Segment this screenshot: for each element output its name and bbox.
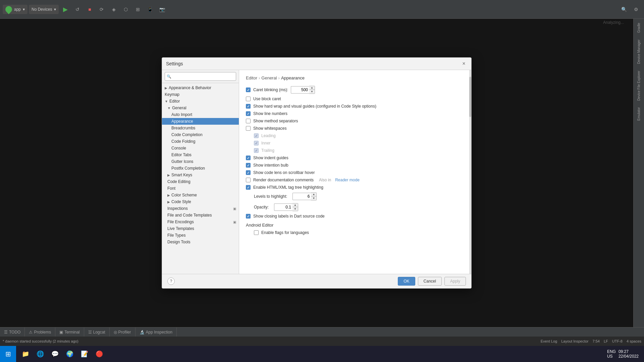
cancel-button[interactable]: Cancel <box>418 277 442 286</box>
scroll-handle[interactable] <box>469 77 471 117</box>
daemon-message: * daemon started successfully (2 minutes… <box>3 339 78 343</box>
sidebar-item-breadcrumbs[interactable]: Breadcrumbs <box>162 125 239 131</box>
spinner-down[interactable]: ▼ <box>309 90 315 94</box>
sidebar-label: Code Editing <box>167 179 191 184</box>
sidebar-item-code-style[interactable]: ▶ Code Style <box>162 198 239 205</box>
inner-checkbox[interactable] <box>254 141 259 145</box>
inspections-badge: ▣ <box>233 207 236 210</box>
show-method-separators-checkbox[interactable] <box>246 119 251 123</box>
sidebar-item-keymap[interactable]: Keymap <box>162 91 239 98</box>
taskbar-edge[interactable]: 🌐 <box>34 347 47 361</box>
sidebar-label: Smart Keys <box>171 173 192 177</box>
sidebar-item-code-folding[interactable]: Code Folding <box>162 138 239 145</box>
opacity-spinner-down[interactable]: ▼ <box>292 207 298 211</box>
profiler-icon[interactable]: ◈ <box>108 4 119 15</box>
settings-toolbar-icon[interactable]: ⚙ <box>631 4 641 15</box>
event-log-link[interactable]: Event Log <box>541 339 557 343</box>
use-block-caret-checkbox[interactable] <box>246 97 251 101</box>
sidebar-item-smart-keys[interactable]: ▶ Smart Keys <box>162 172 239 178</box>
sidebar-item-editor[interactable]: ▼ Editor <box>162 98 239 105</box>
spinner-up[interactable]: ▲ <box>309 86 315 90</box>
breadcrumb-sep1: › <box>259 75 260 80</box>
no-devices-dropdown[interactable]: No Devices ▾ <box>29 5 59 14</box>
taskbar-browser[interactable]: 🌍 <box>63 347 76 361</box>
render-docs-checkbox[interactable] <box>246 178 251 182</box>
levels-input[interactable] <box>292 193 311 200</box>
levels-spinner-up[interactable]: ▲ <box>311 193 316 196</box>
todo-label: TODO <box>9 330 20 335</box>
sidebar-item-code-editing[interactable]: Code Editing <box>162 178 239 185</box>
device-file-explorer-panel[interactable]: Device File Explorer <box>636 68 642 103</box>
device-icon[interactable]: 📱 <box>145 4 155 15</box>
show-indent-guides-checkbox[interactable] <box>246 156 251 160</box>
sidebar-item-live-templates[interactable]: Live Templates <box>162 225 239 232</box>
device-manager-panel[interactable]: Device Manager <box>636 37 642 67</box>
show-line-numbers-checkbox[interactable] <box>246 111 251 116</box>
trailing-row: Trailing <box>246 148 463 153</box>
screenshot-icon[interactable]: 📷 <box>157 4 167 15</box>
leading-checkbox[interactable] <box>254 133 259 138</box>
caret-blinking-input[interactable]: 500 <box>291 86 309 94</box>
search-toolbar-icon[interactable]: 🔍 <box>619 4 629 15</box>
run-button[interactable]: ▶ <box>60 4 71 15</box>
tab-todo[interactable]: ☰ TODO <box>0 327 25 337</box>
profiler-label: Profiler <box>118 330 131 335</box>
search-input[interactable] <box>165 72 236 81</box>
help-button[interactable]: ? <box>167 278 175 285</box>
inspect-icon[interactable]: ⬡ <box>120 4 131 15</box>
taskbar-discord[interactable]: 💬 <box>48 347 62 361</box>
sync-button[interactable]: ⟳ <box>96 4 107 15</box>
trailing-checkbox[interactable] <box>254 148 259 153</box>
sidebar-item-design-tools[interactable]: Design Tools <box>162 239 239 245</box>
close-button[interactable]: × <box>461 60 467 67</box>
opacity-input[interactable] <box>274 203 292 211</box>
gradle-panel[interactable]: Gradle <box>636 20 642 36</box>
tab-app-inspection[interactable]: 🔬 App Inspection <box>136 327 177 337</box>
show-intention-bulb-checkbox[interactable] <box>246 163 251 168</box>
sidebar-item-console[interactable]: Console <box>162 145 239 152</box>
start-button[interactable]: ⊞ <box>0 346 16 362</box>
sidebar-item-postfix-completion[interactable]: Postfix Completion <box>162 165 239 172</box>
sidebar-item-general[interactable]: ▼ General <box>162 105 239 111</box>
show-code-lens-checkbox[interactable] <box>246 170 251 175</box>
enable-flags-checkbox[interactable] <box>254 230 259 235</box>
show-whitespaces-checkbox[interactable] <box>246 126 251 131</box>
caret-blinking-checkbox[interactable] <box>246 87 251 92</box>
emulator-panel[interactable]: Emulator <box>636 105 642 123</box>
scroll-divider[interactable] <box>469 70 471 274</box>
sidebar-item-file-types[interactable]: File Types <box>162 232 239 239</box>
apply-button[interactable]: Apply <box>444 277 466 286</box>
layout-inspector-link[interactable]: Layout Inspector <box>561 339 588 343</box>
sidebar-item-gutter-icons[interactable]: Gutter Icons <box>162 158 239 165</box>
show-closing-labels-checkbox[interactable] <box>246 214 251 219</box>
levels-row: Levels to highlight: ▲ ▼ <box>246 192 463 200</box>
show-hard-wrap-checkbox[interactable] <box>246 104 251 109</box>
sidebar-item-auto-import[interactable]: Auto Import <box>162 111 239 118</box>
sidebar-item-color-scheme[interactable]: ▶ Color Scheme <box>162 192 239 198</box>
levels-spinner-down[interactable]: ▼ <box>311 196 316 200</box>
layout-icon[interactable]: ⊞ <box>132 4 143 15</box>
sidebar-item-appearance-behavior[interactable]: ▶ Appearance & Behavior <box>162 84 239 91</box>
reader-mode-link[interactable]: Reader mode <box>335 178 360 182</box>
sidebar-label: Live Templates <box>167 226 194 231</box>
opacity-spinner-up[interactable]: ▲ <box>292 203 298 207</box>
taskbar-notion[interactable]: 📝 <box>78 347 91 361</box>
tab-problems[interactable]: ⚠ Problems <box>25 327 55 337</box>
tab-logcat[interactable]: ☱ Logcat <box>84 327 110 337</box>
tab-terminal[interactable]: ▣ Terminal <box>55 327 84 337</box>
taskbar-chrome[interactable]: 🔴 <box>93 347 106 361</box>
sidebar-item-editor-tabs[interactable]: Editor Tabs <box>162 152 239 158</box>
sidebar-item-file-code-templates[interactable]: File and Code Templates <box>162 212 239 219</box>
enable-html-xml-checkbox[interactable] <box>246 185 251 190</box>
sidebar-item-inspections[interactable]: Inspections ▣ <box>162 205 239 212</box>
sidebar-item-appearance[interactable]: Appearance <box>162 118 239 125</box>
ok-button[interactable]: OK <box>398 277 415 286</box>
sidebar-item-file-encodings[interactable]: File Encodings ▣ <box>162 219 239 225</box>
sidebar-item-font[interactable]: Font <box>162 185 239 192</box>
taskbar-file-explorer[interactable]: 📁 <box>19 347 32 361</box>
rerun-button[interactable]: ↺ <box>72 4 83 15</box>
app-dropdown[interactable]: app ▾ <box>3 5 28 14</box>
tab-profiler[interactable]: ◎ Profiler <box>110 327 136 337</box>
stop-button[interactable]: ■ <box>84 4 95 15</box>
sidebar-item-code-completion[interactable]: Code Completion <box>162 131 239 138</box>
